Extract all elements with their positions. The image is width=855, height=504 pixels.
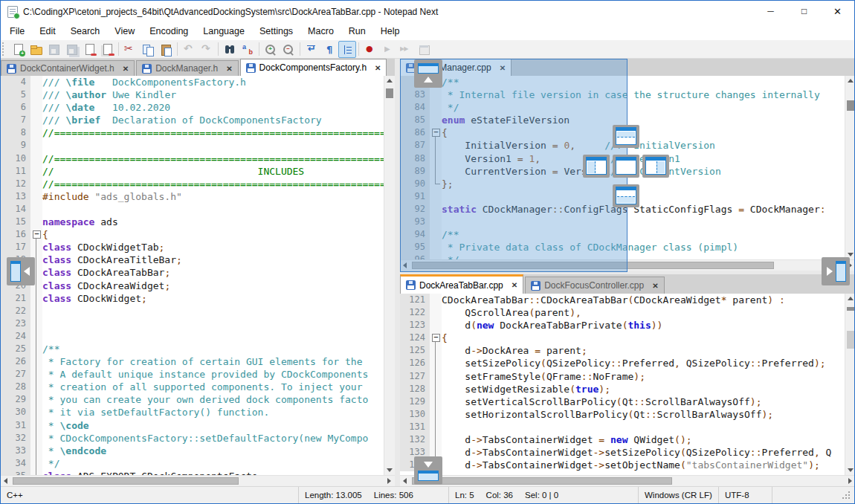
code-text: d->TabsContainerWidget = new QWidget(); [442, 433, 845, 446]
code-area[interactable]: 121CDockAreaTabBar::CDockAreaTabBar(CDoc… [400, 294, 845, 475]
show-all-characters-button[interactable] [320, 41, 338, 58]
find-button[interactable] [221, 41, 239, 58]
menu-help[interactable]: Help [373, 23, 407, 40]
undo-button[interactable] [180, 41, 198, 58]
menu-encoding[interactable]: Encoding [142, 23, 196, 40]
splitter-vertical[interactable] [395, 59, 400, 486]
menu-search[interactable]: Search [63, 23, 108, 40]
zoom-out-button[interactable] [280, 41, 297, 58]
minimize-button[interactable]: ─ [754, 1, 787, 22]
menu-view[interactable]: View [107, 23, 142, 40]
code-line: 16{ [1, 228, 384, 241]
editor-bottom-right[interactable]: 121CDockAreaTabBar::CDockAreaTabBar(CDoc… [400, 294, 854, 475]
run-macro-multiple-button[interactable] [397, 41, 415, 58]
dock-edge-indicator-right[interactable] [822, 257, 850, 285]
fold-marker-icon [430, 421, 442, 433]
code-text: setWidgetResizable(true); [442, 383, 845, 395]
size-grip[interactable] [842, 491, 844, 493]
fold-margin [30, 203, 42, 216]
code-line: 132 d->TabsContainerWidget = new QWidget… [400, 433, 845, 446]
dock-indicator-top[interactable] [613, 125, 639, 148]
menu-file[interactable]: File [2, 23, 32, 40]
menu-edit[interactable]: Edit [32, 23, 63, 40]
code-text: * \code [42, 419, 384, 432]
line-number: 12 [1, 178, 30, 190]
horizontal-scrollbar[interactable] [400, 475, 854, 486]
editor-left[interactable]: 4/// \file DockComponentsFactory.h5/// \… [1, 76, 395, 475]
copy-button[interactable] [139, 41, 157, 58]
scrollbar-thumb[interactable] [847, 331, 854, 349]
fold-marker-icon[interactable] [30, 228, 42, 241]
paste-button[interactable] [157, 41, 175, 58]
scroll-up-icon[interactable] [384, 76, 395, 85]
menu-macro[interactable]: Macro [300, 23, 341, 40]
tab-close-icon[interactable]: ✕ [652, 282, 658, 290]
scrollbar-thumb[interactable] [13, 477, 239, 485]
scroll-down-icon[interactable] [845, 465, 854, 475]
menu-language[interactable]: Language [196, 23, 252, 40]
scroll-up-icon[interactable] [845, 294, 854, 303]
tab-close-icon[interactable]: ✕ [375, 64, 381, 72]
horizontal-scrollbar[interactable] [1, 475, 395, 486]
indent-guide-button[interactable] [338, 41, 356, 58]
new-file-button[interactable] [9, 41, 27, 58]
save-button[interactable] [45, 41, 62, 58]
redo-button[interactable] [198, 41, 216, 58]
tab-DockManager.h[interactable]: DockManager.h✕ [136, 60, 238, 76]
tab-DockComponentsFactory.h[interactable]: DockComponentsFactory.h✕ [240, 59, 387, 76]
menu-settings[interactable]: Settings [252, 23, 300, 40]
code-text: setSizePolicy(QSizePolicy::Preferred, QS… [442, 357, 845, 369]
close-button[interactable]: ✕ [821, 1, 854, 22]
dock-indicator-center[interactable] [613, 155, 639, 178]
dock-indicator-right[interactable] [642, 155, 669, 178]
scroll-down-icon[interactable] [384, 465, 395, 475]
maximize-button[interactable]: □ [787, 1, 821, 22]
dock-edge-indicator-left[interactable] [7, 257, 35, 285]
close-file-button[interactable] [80, 41, 98, 58]
scrollbar-thumb[interactable] [386, 88, 393, 98]
record-macro-button[interactable] [361, 41, 379, 58]
open-file-button[interactable] [27, 41, 45, 58]
dock-indicator-bottom[interactable] [613, 184, 639, 207]
close-all-button[interactable] [98, 41, 116, 58]
tab-DockFocusController.cpp[interactable]: DockFocusController.cpp✕ [525, 277, 664, 294]
save-macro-button[interactable] [415, 41, 433, 58]
code-area[interactable]: 4/// \file DockComponentsFactory.h5/// \… [1, 76, 384, 475]
menu-run[interactable]: Run [341, 23, 373, 40]
tab-close-icon[interactable]: ✕ [226, 65, 232, 73]
scroll-left-icon[interactable] [1, 476, 12, 486]
cut-button[interactable] [121, 41, 139, 58]
zoom-in-button[interactable] [262, 41, 280, 58]
fold-marker-icon [430, 383, 442, 395]
tab-close-icon[interactable]: ✕ [512, 281, 517, 289]
dock-edge-indicator-bottom[interactable] [414, 456, 442, 485]
code-line: 26 * Factory for creation of certain GUI… [1, 355, 384, 368]
dock-indicator-left[interactable] [583, 155, 610, 178]
fold-margin [30, 165, 42, 178]
vertical-scrollbar[interactable] [845, 76, 854, 259]
status-encoding[interactable]: UTF-8 [718, 487, 772, 503]
word-wrap-button[interactable] [303, 41, 320, 58]
dock-edge-indicator-top[interactable] [414, 59, 442, 88]
line-number: 15 [1, 216, 30, 228]
play-macro-button[interactable] [379, 41, 397, 58]
scroll-up-icon[interactable] [845, 76, 854, 85]
scrollbar-thumb[interactable] [412, 477, 672, 485]
save-all-button[interactable] [62, 41, 80, 58]
status-eol[interactable]: Windows (CR LF) [638, 487, 718, 503]
vertical-scrollbar[interactable] [384, 76, 395, 475]
scroll-right-icon[interactable] [845, 476, 854, 486]
scroll-right-icon[interactable] [384, 476, 395, 486]
tab-DockContainerWidget.h[interactable]: DockContainerWidget.h✕ [1, 60, 135, 76]
tab-DockAreaTabBar.cpp[interactable]: DockAreaTabBar.cpp✕ [400, 274, 523, 294]
tab-close-icon[interactable]: ✕ [123, 65, 129, 73]
line-number: 17 [1, 241, 30, 253]
fold-marker-icon[interactable] [430, 332, 442, 344]
code-text: d->DockArea = parent; [442, 344, 845, 357]
line-number: 123 [400, 319, 430, 332]
replace-button[interactable] [239, 41, 256, 58]
vertical-scrollbar[interactable] [845, 294, 854, 475]
scrollbar-thumb[interactable] [847, 100, 854, 111]
status-language[interactable]: C++ [1, 487, 298, 503]
scroll-left-icon[interactable] [400, 476, 411, 486]
